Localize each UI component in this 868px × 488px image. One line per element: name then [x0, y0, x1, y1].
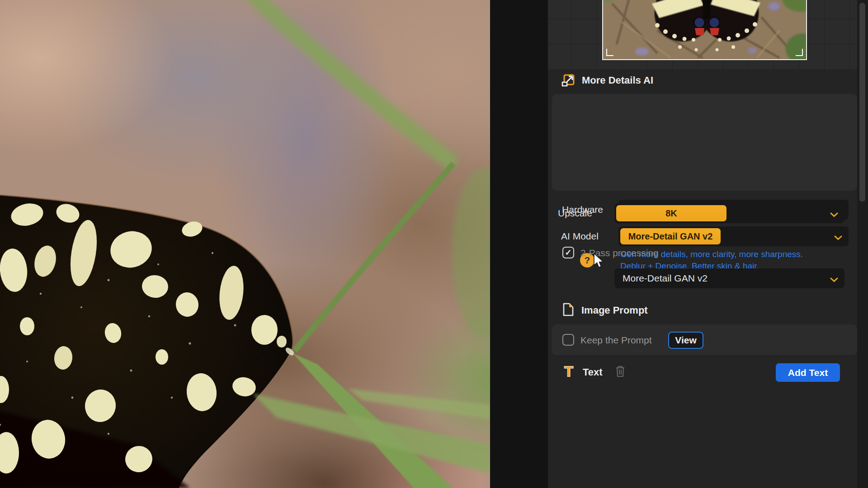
view-button[interactable]: View — [668, 332, 703, 349]
image-prompt-icon — [562, 303, 574, 316]
panel-scrollbar — [857, 0, 868, 488]
keep-prompt-checkbox[interactable] — [562, 334, 574, 346]
ai-settings-section: Hardware CPU and GPU AI Model More-Detai… — [552, 94, 857, 191]
blurred-stem — [249, 0, 454, 165]
two-pass-label: 2-Pass processing — [580, 247, 659, 259]
more-details-ai-icon — [561, 74, 575, 87]
upscale-dropdown[interactable]: 8K — [614, 203, 844, 223]
crop-corner-bottom-right — [796, 49, 803, 56]
add-text-button[interactable]: Add Text — [776, 363, 840, 382]
svg-text:T: T — [564, 363, 573, 380]
navigator-preview-area — [548, 0, 857, 69]
keep-prompt-label: Keep the Prompt — [580, 334, 652, 347]
mouse-cursor — [593, 253, 605, 269]
ai-model-selected-pill: More-Detail GAN v2 — [620, 228, 721, 244]
trash-icon[interactable] — [615, 365, 626, 378]
chevron-down-icon — [834, 234, 842, 239]
butterfly-thumbnail — [603, 0, 806, 59]
text-tool-title: Text — [583, 366, 603, 379]
chevron-down-icon — [830, 276, 838, 281]
main-image-canvas[interactable] — [0, 0, 490, 488]
section-title-more-details-ai: More Details AI — [582, 74, 653, 87]
navigator-thumbnail[interactable] — [602, 0, 807, 60]
image-prompt-title: Image Prompt — [581, 304, 648, 317]
text-tool-icon: T — [561, 363, 576, 380]
ai-model-label: AI Model — [561, 230, 599, 243]
butterfly-wing-photo — [0, 0, 490, 488]
upscale-label: Upscale — [558, 207, 592, 220]
settings-panel: More Details AI Hardware CPU and GPU AI … — [548, 0, 868, 488]
scrollbar-thumb[interactable] — [859, 3, 865, 202]
ai-model-dropdown[interactable]: More-Detail GAN v2 — [618, 226, 849, 246]
two-pass-model-value: More-Detail GAN v2 — [623, 268, 708, 288]
chevron-down-icon — [830, 211, 838, 216]
two-pass-checkbox[interactable]: ✓ — [562, 247, 574, 258]
grass-stem — [295, 164, 453, 351]
two-pass-model-dropdown[interactable]: More-Detail GAN v2 — [614, 268, 844, 288]
crop-corner-bottom-left — [606, 49, 613, 56]
keep-prompt-section: Keep the Prompt View — [552, 324, 857, 355]
upscale-selected-pill: 8K — [616, 205, 726, 221]
canvas-gutter — [490, 0, 548, 488]
